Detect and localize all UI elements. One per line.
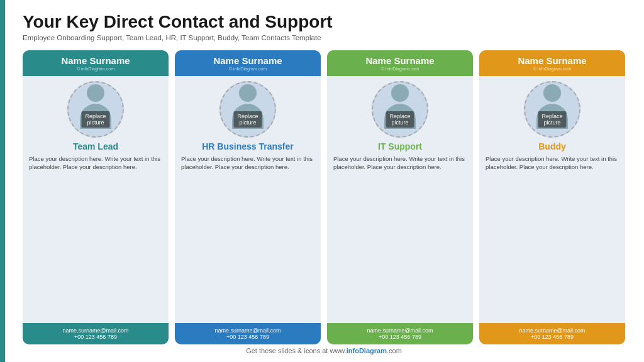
card-team-lead-email: name.surname@mail.com bbox=[29, 327, 162, 334]
footer-brand: infoDiagram bbox=[347, 347, 387, 354]
card-team-lead-footer: name.surname@mail.com+00 123 456 789 bbox=[23, 323, 169, 344]
card-buddy-email: name.surname@mail.com bbox=[486, 327, 619, 334]
card-hr-description: Place your description here. Write your … bbox=[181, 155, 314, 319]
card-buddy-name: Name Surname bbox=[486, 55, 619, 66]
person-silhouette bbox=[381, 84, 419, 134]
card-buddy-role: Buddy bbox=[538, 141, 566, 151]
card-team-lead-phone: +00 123 456 789 bbox=[29, 334, 162, 340]
card-hr-name: Name Surname bbox=[181, 55, 314, 66]
card-team-lead-role: Team Lead bbox=[73, 141, 118, 151]
person-silhouette bbox=[533, 84, 571, 134]
card-hr-copyright: © infoDiagram.com bbox=[181, 67, 314, 71]
page-header: Your Key Direct Contact and Support Empl… bbox=[23, 11, 625, 41]
card-team-lead-name: Name Surname bbox=[29, 55, 162, 66]
card-it-role: IT Support bbox=[378, 141, 422, 151]
card-it-avatar[interactable]: Replace picture bbox=[372, 81, 428, 138]
card-buddy-footer: name.surname@mail.com+00 123 456 789 bbox=[479, 323, 625, 344]
card-it-name: Name Surname bbox=[333, 55, 467, 66]
page-title: Your Key Direct Contact and Support bbox=[23, 11, 625, 33]
left-accent-bar bbox=[0, 0, 5, 362]
cards-row: Name Surname© infoDiagram.comReplace pic… bbox=[23, 50, 625, 344]
card-hr-role: HR Business Transfer bbox=[202, 141, 294, 151]
page-subtitle: Employee Onboarding Support, Team Lead, … bbox=[23, 34, 625, 41]
card-hr: Name Surname© infoDiagram.comReplace pic… bbox=[175, 50, 321, 344]
card-buddy-phone: +00 123 456 789 bbox=[486, 334, 619, 340]
card-it: Name Surname© infoDiagram.comReplace pic… bbox=[327, 50, 473, 344]
card-buddy-copyright: © infoDiagram.com bbox=[486, 67, 619, 71]
card-hr-phone: +00 123 456 789 bbox=[181, 334, 314, 340]
card-team-lead-copyright: © infoDiagram.com bbox=[29, 67, 162, 71]
card-team-lead-description: Place your description here. Write your … bbox=[29, 155, 162, 319]
card-hr-avatar[interactable]: Replace picture bbox=[219, 81, 276, 138]
person-silhouette bbox=[77, 84, 114, 134]
card-it-phone: +00 123 456 789 bbox=[333, 334, 467, 340]
card-hr-email: name.surname@mail.com bbox=[181, 327, 314, 334]
card-hr-footer: name.surname@mail.com+00 123 456 789 bbox=[175, 323, 321, 344]
card-team-lead-avatar[interactable]: Replace picture bbox=[67, 81, 124, 138]
footer-suffix: .com bbox=[387, 347, 402, 354]
person-silhouette bbox=[229, 84, 267, 134]
card-buddy: Name Surname© infoDiagram.comReplace pic… bbox=[479, 50, 625, 344]
footer-prefix: Get these slides & icons at www. bbox=[246, 347, 347, 354]
card-buddy-description: Place your description here. Write your … bbox=[486, 155, 619, 319]
card-it-description: Place your description here. Write your … bbox=[333, 155, 467, 319]
card-it-footer: name.surname@mail.com+00 123 456 789 bbox=[327, 323, 473, 344]
card-buddy-avatar[interactable]: Replace picture bbox=[524, 81, 580, 138]
card-team-lead: Name Surname© infoDiagram.comReplace pic… bbox=[23, 50, 169, 344]
page-container: Your Key Direct Contact and Support Empl… bbox=[0, 0, 644, 362]
card-it-email: name.surname@mail.com bbox=[333, 327, 467, 334]
card-it-copyright: © infoDiagram.com bbox=[333, 67, 467, 71]
page-footer: Get these slides & icons at www.infoDiag… bbox=[23, 344, 625, 356]
